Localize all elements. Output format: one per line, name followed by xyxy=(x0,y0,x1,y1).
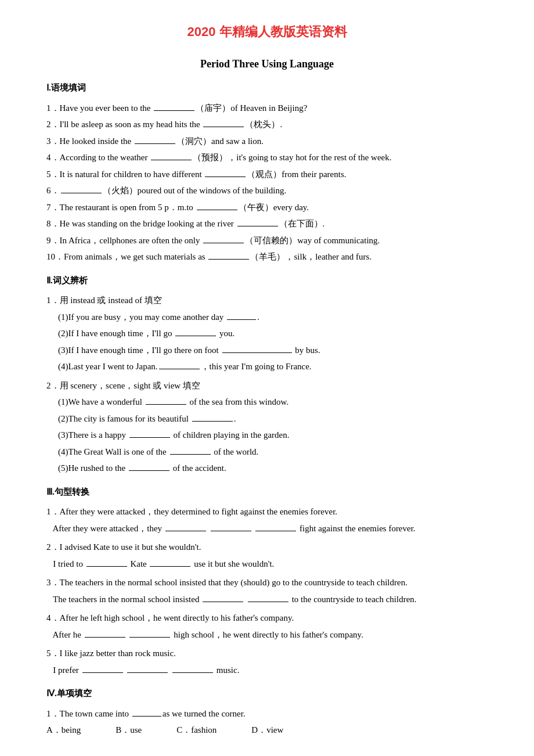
option-b: B．use xyxy=(116,722,142,739)
blank-s3-5a xyxy=(82,672,123,673)
blank-s1-2 xyxy=(175,336,216,336)
item-4: 4．According to the weather （预报），it's goi… xyxy=(46,149,499,166)
option-d: D．view xyxy=(251,722,283,739)
blank-s3-3a xyxy=(203,602,243,602)
subtitle-text: Period Three Using Language xyxy=(200,58,334,70)
blank-s3-4a xyxy=(85,637,125,638)
blank-9 xyxy=(203,243,244,243)
blank-s3-1c xyxy=(255,531,296,531)
s3-item5-original: 5．I like jazz better than rock music. xyxy=(46,645,499,662)
item-6: 6．（火焰）poured out of the windows of the b… xyxy=(46,182,499,199)
blank-2 xyxy=(203,127,244,127)
subtitle: Period Three Using Language xyxy=(35,58,499,70)
section2-heading: Ⅱ.词义辨析 xyxy=(46,272,499,289)
blank-s2-3 xyxy=(129,437,170,438)
item-10: 10．From animals，we get such materials as… xyxy=(46,249,499,265)
item-5: 5．It is natural for children to have dif… xyxy=(46,166,499,183)
s3-item4-original: 4．After he left high school，he went dire… xyxy=(46,610,499,627)
sub2-item1: (1)We have a wonderful of the sea from t… xyxy=(58,394,499,411)
section2-sub2-label: 2．用 scenery，scene，sight 或 view 填空 xyxy=(46,377,499,394)
sub1-item2: (2)If I have enough time，I'll go you. xyxy=(58,325,499,342)
item-1: 1．Have you ever been to the （庙宇）of Heave… xyxy=(46,100,499,117)
item-9: 9．In Africa，cellphones are often the onl… xyxy=(46,232,499,249)
blank-s2-2 xyxy=(192,421,233,422)
blank-s2-1 xyxy=(146,404,186,405)
section-1: Ⅰ.语境填词 1．Have you ever been to the （庙宇）o… xyxy=(35,80,499,265)
blank-s3-3b xyxy=(248,602,288,602)
s3-item5-rewrite: I prefer music. xyxy=(46,662,499,679)
blank-10 xyxy=(208,259,249,260)
sub2-item5: (5)He rushed to the of the accident. xyxy=(58,460,499,477)
s3-item1-rewrite: After they were attacked，they fight agai… xyxy=(46,520,499,537)
blank-8 xyxy=(237,226,278,226)
s3-item3-original: 3．The teachers in the normal school insi… xyxy=(46,574,499,591)
blank-s2-4 xyxy=(170,454,211,455)
blank-s2-5 xyxy=(129,470,169,471)
s3-item2-original: 2．I advised Kate to use it but she would… xyxy=(46,539,499,556)
s3-item1-original: 1．After they were attacked，they determin… xyxy=(46,503,499,520)
item-2: 2．I'll be asleep as soon as my head hits… xyxy=(46,116,499,133)
section-3: Ⅲ.句型转换 1．After they were attacked，they d… xyxy=(35,484,499,679)
blank-s3-1a xyxy=(165,531,206,531)
blank-s3-2b xyxy=(150,566,190,567)
sub1-item3: (3)If I have enough time，I'll go there o… xyxy=(58,342,499,359)
blank-s3-1b xyxy=(211,531,251,531)
section-4: Ⅳ.单项填空 1．The town came into as we turned… xyxy=(35,685,499,739)
blank-s3-5c xyxy=(172,672,213,673)
s3-item2-rewrite: I tried to Kate use it but she wouldn't. xyxy=(46,556,499,573)
s4-item1-options: A．being B．use C．fashion D．view xyxy=(46,722,499,739)
blank-6 xyxy=(61,193,102,193)
option-a: A．being xyxy=(46,722,81,739)
blank-1 xyxy=(154,110,194,111)
blank-s3-5b xyxy=(127,672,168,673)
blank-s3-4b xyxy=(129,637,170,638)
blank-s1-4 xyxy=(159,369,200,369)
blank-4 xyxy=(151,160,192,160)
s4-item1-text: 1．The town came into as we turned the co… xyxy=(46,705,499,722)
sub1-item1: (1)If you are busy，you may come another … xyxy=(58,309,499,326)
s3-item3-rewrite: The teachers in the normal school insist… xyxy=(46,591,499,608)
blank-s1-1 xyxy=(227,319,256,320)
sub2-item3: (3)There is a happy of children playing … xyxy=(58,427,499,444)
sub2-item4: (4)The Great Wall is one of the of the w… xyxy=(58,444,499,460)
section3-heading: Ⅲ.句型转换 xyxy=(46,484,499,501)
section1-heading: Ⅰ.语境填词 xyxy=(46,80,499,96)
sub1-item4: (4)Last year I went to Japan.，this year … xyxy=(58,358,499,375)
item-8: 8．He was standing on the bridge looking … xyxy=(46,215,499,232)
sub2-item2: (2)The city is famous for its beautiful … xyxy=(58,411,499,427)
s3-item4-rewrite: After he high school，he went directly to… xyxy=(46,627,499,643)
page-title: 2020 年精编人教版英语资料 xyxy=(35,23,499,41)
section2-sub1-label: 1．用 instead 或 instead of 填空 xyxy=(46,292,499,309)
item-3: 3．He looked inside the （洞穴）and saw a lio… xyxy=(46,133,499,150)
item-7: 7．The restaurant is open from 5 p．m.to （… xyxy=(46,199,499,216)
blank-s3-2a xyxy=(86,566,127,567)
option-c: C．fashion xyxy=(176,722,217,739)
page-wrapper: 2020 年精编人教版英语资料 Period Three Using Langu… xyxy=(35,23,499,739)
section4-heading: Ⅳ.单项填空 xyxy=(46,685,499,702)
blank-s4-1 xyxy=(132,716,161,717)
blank-5 xyxy=(205,177,246,177)
section-2: Ⅱ.词义辨析 1．用 instead 或 instead of 填空 (1)If… xyxy=(35,272,499,477)
blank-s1-3 xyxy=(222,352,292,353)
blank-3 xyxy=(135,143,175,144)
blank-7 xyxy=(197,210,237,210)
